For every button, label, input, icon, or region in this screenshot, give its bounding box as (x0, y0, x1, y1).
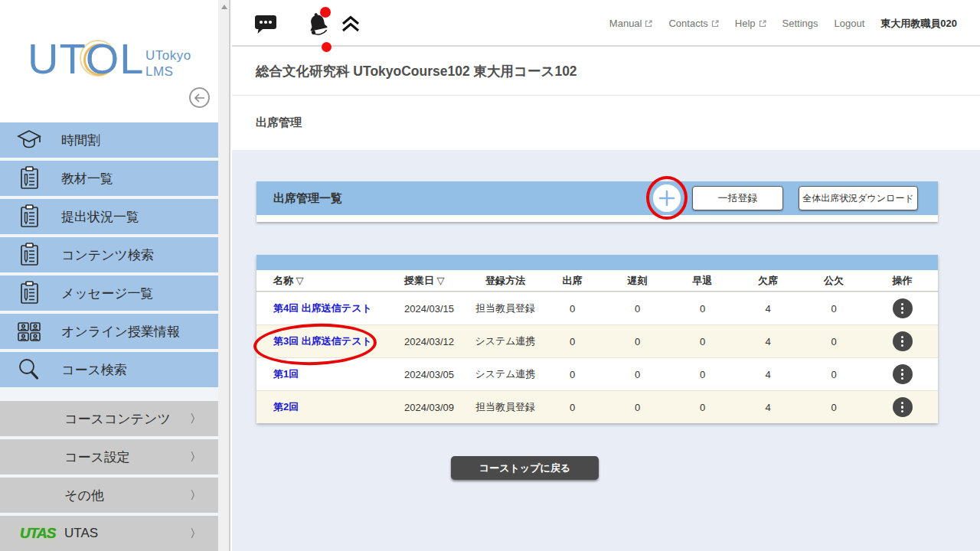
class-date: 2024/03/05 (387, 369, 471, 380)
attendance-record-link[interactable]: 第4回 出席送信テスト (273, 302, 372, 314)
early-leave-count: 0 (670, 336, 735, 347)
sidebar-item-materials[interactable]: 教材一覧 (0, 161, 218, 196)
sidebar-item-course-settings[interactable]: コース設定 〉 (0, 439, 218, 474)
late-count: 0 (605, 402, 670, 413)
panel-title: 出席管理一覧 (273, 191, 342, 206)
sidebar-item-messages[interactable]: メッセージ一覧 (0, 276, 218, 311)
official-absent-count: 0 (801, 336, 867, 347)
external-link-icon (759, 20, 766, 28)
contacts-link[interactable]: Contacts (668, 18, 718, 29)
early-leave-count: 0 (670, 402, 735, 413)
back-to-course-top-button[interactable]: コーストップに戻る (451, 456, 599, 480)
attendance-record-link[interactable]: 第1回 (273, 368, 299, 380)
sidebar-collapse-button[interactable] (189, 87, 210, 108)
chevron-right-icon: 〉 (190, 488, 201, 503)
sidebar-item-timetable[interactable]: 時間割 (0, 122, 218, 158)
course-title: 総合文化研究科 UTokyoCourse102 東大用コース102 (256, 62, 577, 80)
column-header-early: 早退 (670, 274, 735, 288)
row-actions-kebab-button[interactable] (893, 331, 913, 351)
attend-count: 0 (540, 402, 605, 413)
sidebar-item-label: 時間割 (61, 132, 100, 149)
logo-subtitle: UTokyo LMS (145, 47, 191, 80)
column-header-official-absent: 公欠 (801, 274, 867, 288)
sidebar-item-submission-status[interactable]: 提出状況一覧 (0, 199, 218, 234)
course-title-bar: 総合文化研究科 UTokyoCourse102 東大用コース102 (232, 47, 980, 96)
attendance-record-link[interactable]: 第3回 出席送信テスト (273, 335, 372, 347)
add-attendance-button[interactable] (653, 184, 681, 212)
column-header-attend: 出席 (540, 274, 605, 288)
row-actions-kebab-button[interactable] (893, 397, 913, 417)
early-leave-count: 0 (670, 369, 735, 380)
class-date: 2024/03/12 (387, 336, 471, 347)
attend-count: 0 (540, 303, 605, 315)
user-name: 東大用教職員020 (880, 17, 957, 31)
notification-bell-icon[interactable] (305, 10, 331, 39)
sidebar-item-label: コース検索 (61, 361, 127, 379)
chevron-right-icon: 〉 (190, 412, 201, 426)
online-class-icon (15, 318, 43, 345)
class-date: 2024/03/09 (387, 402, 471, 413)
table-row: 第1回 2024/03/05 システム連携 0 0 0 4 0 (256, 357, 938, 390)
late-count: 0 (605, 303, 670, 315)
column-header-absent: 欠席 (735, 274, 801, 288)
official-absent-count: 0 (801, 369, 867, 380)
arrow-left-icon (194, 93, 205, 103)
sidebar-item-label: コンテンツ検索 (61, 246, 154, 264)
download-attendance-button[interactable]: 全体出席状況ダウンロード (799, 186, 918, 210)
chevron-right-icon: 〉 (190, 450, 201, 465)
table-top-strip (256, 255, 938, 270)
column-header-name[interactable]: 名称 ▽ (256, 274, 387, 288)
row-actions-kebab-button[interactable] (893, 298, 913, 318)
sidebar-item-online-class-info[interactable]: オンライン授業情報 (0, 314, 218, 349)
clipboard-icon (15, 165, 43, 192)
panel-footer-strip (256, 215, 938, 222)
logout-link[interactable]: Logout (835, 18, 865, 29)
sidebar-item-label: メッセージ一覧 (61, 285, 154, 302)
row-actions-kebab-button[interactable] (893, 364, 913, 384)
column-header-date[interactable]: 授業日 ▽ (387, 274, 471, 288)
class-date: 2024/03/15 (387, 303, 471, 315)
sidebar-item-utas[interactable]: UTAS UTAS 〉 (0, 516, 218, 551)
external-link-icon (645, 20, 652, 28)
column-header-late: 遅刻 (605, 274, 670, 288)
collapse-up-icon[interactable] (341, 15, 361, 37)
column-header-actions: 操作 (867, 274, 938, 288)
registration-method: 担当教員登録 (471, 302, 540, 315)
clipboard-icon (15, 279, 43, 307)
official-absent-count: 0 (801, 402, 867, 413)
attend-count: 0 (540, 336, 605, 347)
attendance-content: 出席管理一覧 一括登録 全体出席状況ダウンロード 名称 ▽ 授業日 ▽ (232, 150, 980, 551)
absent-count: 4 (735, 369, 801, 380)
bulk-register-button[interactable]: 一括登録 (692, 186, 783, 210)
section-title: 出席管理 (256, 116, 302, 130)
message-icon[interactable] (254, 15, 277, 38)
sidebar-item-others[interactable]: その他 〉 (0, 478, 218, 513)
table-header-row: 名称 ▽ 授業日 ▽ 登録方法 出席 遅刻 早退 欠席 公欠 操作 (256, 270, 938, 292)
external-link-icon (711, 20, 719, 28)
sidebar-item-course-contents[interactable]: コースコンテンツ 〉 (0, 401, 218, 436)
utol-lms-app: UTOL UTokyo LMS 時間割 (0, 0, 980, 551)
settings-link[interactable]: Settings (782, 18, 818, 29)
chevron-right-icon: 〉 (190, 527, 201, 541)
early-leave-count: 0 (670, 303, 735, 315)
sidebar-section-gap (0, 390, 218, 401)
scroll-up-icon[interactable] (221, 5, 227, 9)
topbar: Manual Contacts Help (232, 0, 980, 47)
utol-logo: UTOL (28, 34, 144, 83)
sidebar-item-content-search[interactable]: コンテンツ検索 (0, 237, 218, 272)
sidebar-scrollbar[interactable] (218, 0, 230, 551)
registration-method: システム連携 (471, 367, 540, 381)
registration-method: システム連携 (471, 334, 540, 348)
clipboard-icon (15, 241, 43, 269)
sidebar-item-label: オンライン授業情報 (61, 323, 180, 341)
help-link[interactable]: Help (735, 18, 766, 29)
sidebar-menu: 時間割 教材一覧 (0, 122, 218, 387)
sidebar-item-course-search[interactable]: コース検索 (0, 352, 218, 387)
main-area: Manual Contacts Help (232, 0, 980, 551)
manual-link[interactable]: Manual (609, 18, 653, 29)
search-icon (15, 356, 43, 383)
section-title-bar: 出席管理 (232, 96, 980, 150)
graduation-cap-icon (15, 126, 43, 154)
attendance-record-link[interactable]: 第2回 (273, 401, 299, 412)
plus-icon (658, 190, 675, 207)
